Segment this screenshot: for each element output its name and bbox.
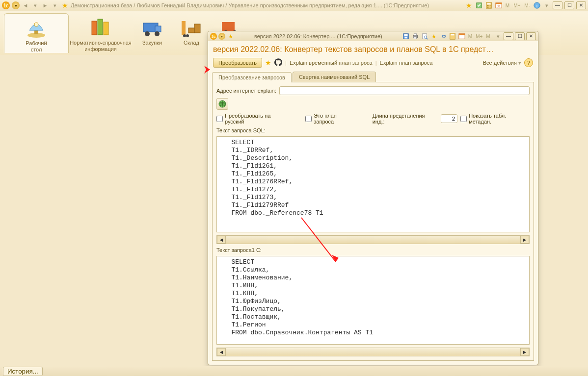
all-actions-link[interactable]: Все действия ▾ xyxy=(483,60,521,66)
section-desktop[interactable]: Рабочий стол xyxy=(4,13,69,53)
svg-rect-10 xyxy=(496,3,502,4)
transform-button[interactable]: Преобразовать xyxy=(213,58,262,68)
modal-print-icon[interactable] xyxy=(411,32,419,40)
converter-window-title: версия 2022.02.06: Конвертер ... (1С:Пре… xyxy=(236,33,401,39)
modal-m-plus[interactable]: M+ xyxy=(475,34,483,39)
len-input[interactable] xyxy=(441,114,457,123)
modal-m[interactable]: M xyxy=(467,34,473,39)
svg-rect-25 xyxy=(182,21,186,25)
sql-textarea[interactable]: SELECT T1._IDRRef, T1._Description, T1._… xyxy=(216,136,530,232)
globe-button[interactable] xyxy=(216,98,228,110)
svg-text:i: i xyxy=(536,3,537,8)
sql-label: Текст запроса SQL: xyxy=(216,127,530,133)
svg-rect-19 xyxy=(104,22,108,35)
app-title: Демонстрационная база / Любимов Геннадий… xyxy=(71,2,463,8)
sql-scroll-left-icon[interactable]: ◄ xyxy=(217,236,226,244)
modal-app-icon[interactable]: 1c xyxy=(210,33,217,40)
svg-rect-18 xyxy=(98,19,103,35)
modal-app-dropdown-icon[interactable]: ▾ xyxy=(218,33,225,40)
tab-body: Адрес интернет explain: Преобразовать на… xyxy=(212,82,534,361)
svg-rect-27 xyxy=(194,24,200,33)
modal-maximize-button[interactable]: ☐ xyxy=(515,32,525,40)
section-nsi-label: Нормативно-справочная информация xyxy=(69,40,133,52)
calendar-icon[interactable]: 31 xyxy=(495,1,503,9)
modal-close-button[interactable]: ✕ xyxy=(526,32,536,40)
modal-extra-dropdown-icon[interactable]: ▾ xyxy=(494,32,502,40)
section-nsi[interactable]: Нормативно-справочная информация xyxy=(69,13,133,52)
section-warehouse[interactable]: Склад xyxy=(172,13,211,46)
explain-plan-link[interactable]: Explain план запроса xyxy=(380,60,433,66)
section-purchases-label: Закупки xyxy=(133,40,172,46)
history-button[interactable]: История... xyxy=(3,367,43,376)
desktop-icon xyxy=(25,16,48,39)
nav-fwd-icon[interactable]: ► xyxy=(41,1,49,9)
onec-scroll-right-icon[interactable]: ► xyxy=(520,348,529,356)
section-purchases[interactable]: Закупки xyxy=(133,13,172,46)
svg-point-22 xyxy=(145,31,150,36)
converter-titlebar[interactable]: 1c ▾ ★ версия 2022.02.06: Конвертер ... … xyxy=(208,31,538,41)
info-icon[interactable]: i xyxy=(533,1,541,9)
warehouse-icon xyxy=(180,15,203,39)
onec-textarea[interactable]: SELECT T1.Ссылка, T1.Наименование, T1.ИН… xyxy=(216,256,530,345)
memory-m-plus[interactable]: M+ xyxy=(512,3,521,8)
nav-back-dropdown-icon[interactable]: ▾ xyxy=(31,1,39,9)
toolbar-star-icon[interactable]: ★ xyxy=(265,59,271,67)
nav-back-icon[interactable]: ◄ xyxy=(22,1,29,9)
svg-point-16 xyxy=(34,23,38,26)
tool-icon-1[interactable] xyxy=(475,1,483,9)
modal-calendar-icon[interactable] xyxy=(458,32,466,40)
svg-rect-38 xyxy=(414,37,416,39)
statusbar: История... xyxy=(0,366,588,376)
tab-rollup[interactable]: Свертка наименований SQL xyxy=(293,72,376,82)
chk-show-meta[interactable]: Показать табл. метадан. xyxy=(460,113,530,125)
svg-rect-45 xyxy=(459,34,465,35)
svg-rect-24 xyxy=(182,25,186,35)
memory-m[interactable]: M xyxy=(505,3,510,8)
help-icon[interactable]: ? xyxy=(524,58,533,67)
svg-point-23 xyxy=(155,31,160,36)
app-menu-dropdown-icon[interactable]: ▾ xyxy=(12,1,20,9)
info-dropdown-icon[interactable]: ▾ xyxy=(543,1,551,9)
maximize-button[interactable]: ☐ xyxy=(564,1,574,9)
onec-hscroll[interactable]: ◄ ► xyxy=(216,348,530,356)
chk-to-russian[interactable]: Преобразовать на русский xyxy=(216,113,291,125)
tab-convert[interactable]: Преобразование запросов xyxy=(212,72,292,82)
minimize-button[interactable]: — xyxy=(553,1,562,9)
svg-rect-34 xyxy=(404,34,407,36)
memory-m-minus[interactable]: M- xyxy=(523,3,531,8)
svg-rect-37 xyxy=(414,34,416,36)
svg-rect-30 xyxy=(222,22,235,31)
github-icon[interactable] xyxy=(274,58,282,67)
svg-point-6 xyxy=(487,7,488,8)
svg-text:31: 31 xyxy=(497,4,501,8)
nav-fwd-dropdown-icon[interactable]: ▾ xyxy=(51,1,59,9)
modal-link-icon[interactable] xyxy=(439,32,447,40)
sql-scroll-right-icon[interactable]: ► xyxy=(520,236,529,244)
chk-is-plan[interactable]: Это план запроса xyxy=(305,113,358,125)
modal-minimize-button[interactable]: — xyxy=(504,32,513,40)
modal-save-icon[interactable] xyxy=(402,32,410,40)
converter-main-title: версия 2022.02.06: Конвертер текстов зап… xyxy=(208,41,538,56)
app-menu-icon[interactable]: 1c xyxy=(2,1,10,9)
explain-temp-link[interactable]: Explain временный план запроса xyxy=(290,60,373,66)
converter-toolbar: Преобразовать ★ | Explain временный план… xyxy=(208,56,538,70)
svg-point-3 xyxy=(487,5,488,6)
close-button[interactable]: ✕ xyxy=(576,1,586,9)
calculator-icon[interactable] xyxy=(485,1,493,9)
svg-point-29 xyxy=(186,34,189,37)
addr-input[interactable] xyxy=(279,86,530,95)
modal-calc-icon[interactable] xyxy=(449,32,456,40)
fav2-icon[interactable]: ★ xyxy=(465,1,473,9)
onec-scroll-left-icon[interactable]: ◄ xyxy=(217,348,226,356)
modal-fav2-icon[interactable]: ★ xyxy=(430,32,438,40)
svg-rect-35 xyxy=(404,37,407,39)
svg-rect-26 xyxy=(188,28,194,33)
svg-point-7 xyxy=(488,7,489,8)
modal-preview-icon[interactable] xyxy=(421,32,428,40)
svg-point-8 xyxy=(490,7,491,8)
favorite-icon[interactable]: ★ xyxy=(61,1,69,9)
modal-favorite-icon[interactable]: ★ xyxy=(227,32,235,40)
modal-m-minus[interactable]: M- xyxy=(485,34,493,39)
svg-rect-21 xyxy=(155,26,161,32)
sql-hscroll[interactable]: ◄ ► xyxy=(216,235,530,244)
